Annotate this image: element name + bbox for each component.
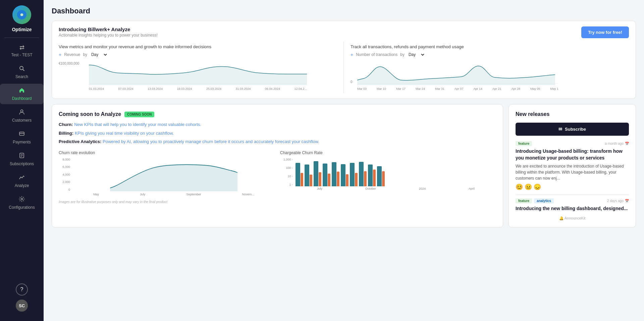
app-logo[interactable] — [12, 5, 31, 24]
transactions-metric-section: Track all transactions, refunds and paym… — [344, 42, 629, 93]
svg-point-4 — [21, 110, 23, 112]
transactions-by-label: by — [400, 52, 405, 57]
sidebar-item-label-analyze: Analyze — [15, 183, 29, 188]
billing-label: Billing: — [59, 131, 73, 136]
release-time-label-2: 2 days ago — [607, 199, 624, 203]
subscribe-envelope-icon: ✉ — [558, 127, 562, 132]
metrics-grid: View metrics and monitor your revenue an… — [59, 42, 629, 93]
feature-tag-1: feature — [516, 141, 532, 146]
help-button[interactable]: ? — [16, 283, 28, 296]
release-meta-2: feature Analytics 2 days ago 📅 — [516, 198, 629, 203]
sidebar-item-subscriptions[interactable]: Subscriptions — [0, 149, 44, 170]
svg-point-11 — [21, 198, 23, 200]
calendar-icon-1: 📅 — [625, 142, 629, 145]
new-releases-title: New releases — [516, 111, 629, 117]
sidebar-item-payments[interactable]: Payments — [0, 127, 44, 148]
analytics-tag-2: Analytics — [534, 198, 554, 203]
add-transaction-metric-icon[interactable]: + — [351, 52, 353, 57]
subscribe-label: Subscribe — [565, 127, 586, 132]
new-releases-card: New releases ✉ Subscribe feature a month… — [508, 104, 636, 228]
release-time-label-1: a month ago — [605, 142, 624, 145]
app-name: Optimize — [12, 27, 32, 32]
svg-point-1 — [20, 13, 23, 16]
revenue-y-label: €100,000,000 — [59, 62, 79, 65]
revenue-metric-section: View metrics and monitor your revenue an… — [59, 42, 344, 93]
try-now-button[interactable]: Try now for free! — [581, 26, 629, 38]
disclaimer-text: Images are for illustrative purposes onl… — [59, 200, 496, 204]
sidebar-item-label-test: Test - TEST — [11, 53, 32, 57]
chargeable-churn-chart: Chargeable Churn Rate 1,000 -100 -10 -1 … — [280, 150, 496, 196]
release-time-2: 2 days ago 📅 — [607, 199, 629, 203]
sidebar-item-dashboard[interactable]: Dashboard — [0, 84, 44, 104]
sidebar-item-label-dashboard: Dashboard — [12, 96, 32, 101]
sidebar-item-test[interactable]: ⇄ Test - TEST — [0, 41, 44, 61]
predictive-link[interactable]: Powered by AI, allowing you to proactive… — [103, 139, 319, 144]
transfer-icon: ⇄ — [19, 44, 24, 51]
svg-line-3 — [23, 69, 24, 71]
announcekit-icon: 🔔 — [559, 216, 564, 220]
sidebar-item-customers[interactable]: Customers — [0, 106, 44, 126]
release-reactions-1[interactable]: 😊 😐 😞 — [516, 183, 629, 191]
sidebar-item-label-search: Search — [15, 74, 28, 79]
release-time-1: a month ago 📅 — [605, 142, 629, 145]
add-metric-icon[interactable]: + — [59, 52, 61, 57]
transactions-metric-label: Track all transactions, refunds and paym… — [351, 44, 629, 49]
revenue-metric-label: View metrics and monitor your revenue an… — [59, 44, 337, 49]
announcekit-label: AnnounceKit — [565, 216, 585, 220]
coming-soon-title: Coming soon to Analyze — [59, 111, 121, 117]
analyze-banner: Introducing Billwerk+ Analyze Actionable… — [52, 21, 636, 99]
revenue-period-select[interactable]: Day Week Month — [90, 52, 108, 57]
customers-icon — [19, 109, 25, 117]
release-item-1: feature a month ago 📅 Introducing Usage-… — [516, 141, 629, 191]
user-avatar[interactable]: SC — [16, 300, 28, 312]
churn-feature-text: Churn: New KPIs that will help you to id… — [59, 121, 496, 128]
feature-tag-2: feature — [516, 198, 532, 203]
chargeable-x-labels: JulyOctober2024April — [296, 187, 496, 190]
revenue-chart — [89, 60, 307, 85]
subscribe-button[interactable]: ✉ Subscribe — [516, 123, 629, 136]
bar-chart-groups — [296, 158, 496, 186]
release-item-2: feature Analytics 2 days ago 📅 Introduci… — [516, 198, 629, 212]
churn-label: Churn: — [59, 122, 73, 127]
transactions-period-select[interactable]: Day Week Month — [407, 52, 425, 57]
predictive-feature-text: Predictive Analytics: Powered by AI, all… — [59, 138, 496, 145]
churn-x-labels: MayJulySeptemberNovem... — [73, 193, 275, 196]
coming-soon-header: Coming soon to Analyze COMING SOON — [59, 111, 496, 117]
chargeable-chart-title: Chargeable Churn Rate — [280, 150, 496, 155]
sidebar-item-search[interactable]: Search — [0, 62, 44, 82]
page-title: Dashboard — [52, 7, 636, 15]
sidebar-item-analyze[interactable]: Analyze — [0, 171, 44, 191]
bottom-grid: Coming soon to Analyze COMING SOON Churn… — [52, 104, 636, 228]
sidebar-item-label-customers: Customers — [12, 118, 32, 123]
transactions-controls: + Number of transactions by Day Week Mon… — [351, 52, 629, 57]
sidebar-item-configurations[interactable]: Configurations — [0, 193, 44, 213]
transactions-x-labels: Mar 03Mar 10Mar 17Mar 24Mar 31Apr 07Apr … — [357, 86, 558, 90]
sidebar-divider-top — [4, 38, 39, 38]
release-meta-1: feature a month ago 📅 — [516, 141, 629, 146]
release-title-2[interactable]: Introducing the new billing dashboard, d… — [516, 205, 629, 212]
revenue-controls: + Revenue by Day Week Month — [59, 52, 337, 57]
preview-charts: Churn rate evolution 8,0006,0004,0002,00… — [59, 150, 496, 196]
help-icon: ? — [20, 286, 23, 293]
analyze-banner-title: Introducing Billwerk+ Analyze — [59, 26, 629, 32]
chargeable-y-labels: 1,000 -100 -10 -1 - — [280, 158, 294, 186]
revenue-x-labels: 01.03.202407.03.202413.03.202419.03.2024… — [89, 86, 307, 90]
churn-chart-title: Churn rate evolution — [59, 150, 275, 155]
release-title-1[interactable]: Introducing Usage-based billing: transfo… — [516, 148, 629, 161]
billing-feature-text: Billing: KPIs giving you real time visib… — [59, 130, 496, 137]
calendar-icon-2: 📅 — [625, 199, 629, 203]
revenue-metric-name: Revenue — [64, 52, 80, 57]
release-tags-2: feature Analytics — [516, 198, 554, 203]
subscriptions-icon — [19, 152, 25, 160]
release-excerpt-1: We are excited to announce the introduct… — [516, 163, 629, 181]
billing-link[interactable]: KPIs giving you real time visibility on … — [75, 131, 174, 136]
sidebar-bottom: ? SC — [16, 283, 28, 316]
churn-link[interactable]: New KPIs that will help you to identify … — [74, 122, 201, 127]
transactions-y-label: 0 — [351, 80, 353, 84]
coming-soon-badge: COMING SOON — [124, 112, 154, 117]
sidebar-item-label-payments: Payments — [13, 140, 31, 144]
churn-evolution-chart: Churn rate evolution 8,0006,0004,0002,00… — [59, 150, 275, 196]
release-divider — [516, 195, 629, 195]
svg-rect-5 — [19, 132, 24, 135]
home-icon — [19, 87, 25, 95]
